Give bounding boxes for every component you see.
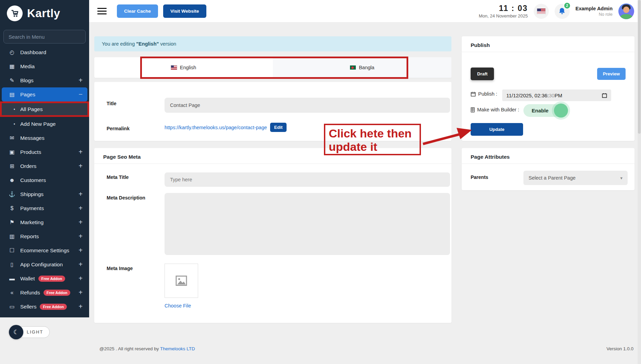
sidebar-item-label: Refunds xyxy=(20,290,40,296)
publish-section-title: Publish xyxy=(471,42,490,48)
sidebar-item-reports[interactable]: ▥ Reports + xyxy=(2,229,87,243)
themelooks-link[interactable]: Themelooks LTD xyxy=(160,346,195,351)
clear-cache-button[interactable]: Clear Cache xyxy=(117,4,158,18)
sidebar-item-customers[interactable]: ☻ Customers xyxy=(2,173,87,187)
messages-icon: ✉ xyxy=(8,135,16,141)
us-flag-icon xyxy=(171,65,177,70)
sidebar-item-products[interactable]: ▣ Products + xyxy=(2,145,87,159)
sidebar-item-refunds[interactable]: « Refunds Free Addon + xyxy=(2,286,87,300)
language-flag-button[interactable] xyxy=(534,4,549,19)
expand-icon[interactable]: + xyxy=(78,232,83,240)
publish-date-label: Publish : xyxy=(478,91,497,97)
search-input[interactable] xyxy=(3,30,86,44)
theme-toggle[interactable]: ☾ LIGHT xyxy=(9,325,50,339)
moon-icon: ☾ xyxy=(9,325,23,339)
parent-page-select[interactable]: Select a Parent Page ▾ xyxy=(523,171,628,185)
expand-icon[interactable]: + xyxy=(78,204,83,212)
calendar-icon xyxy=(471,92,476,97)
permalink-link[interactable]: https://kartly.themelooks.us/page/contac… xyxy=(165,125,267,130)
marketing-icon: ⚑ xyxy=(8,219,16,226)
sidebar-item-label: Blogs xyxy=(20,77,34,84)
edit-permalink-button[interactable]: Edit xyxy=(270,123,287,132)
sidebar-item-pages[interactable]: ▤ Pages − xyxy=(2,87,87,101)
datetime-picker-icon[interactable] xyxy=(602,93,607,98)
page-attributes-card: Page Attributes Parents Select a Parent … xyxy=(462,148,634,190)
media-icon: ▦ xyxy=(8,63,16,70)
sidebar-item-messages[interactable]: ✉ Messages xyxy=(2,131,87,145)
topbar: Clear Cache Visit Website 11 : 03 Mon, 2… xyxy=(89,0,641,23)
expand-icon[interactable]: + xyxy=(78,275,83,282)
meta-image-preview[interactable] xyxy=(165,264,198,298)
expand-icon[interactable]: + xyxy=(78,246,83,254)
expand-icon[interactable]: + xyxy=(78,260,83,268)
payments-icon: $ xyxy=(8,205,16,211)
title-input[interactable] xyxy=(165,98,450,113)
admin-role: No role xyxy=(576,12,613,17)
sidebar-nav: ◴ Dashboard ▦ Media ✎ Blogs + ▤ Pages − … xyxy=(0,45,89,314)
brand-logo[interactable]: Kartly xyxy=(0,0,89,21)
meta-title-input[interactable] xyxy=(165,172,450,187)
sidebar-item-sellers[interactable]: ▭ Sellers Free Addon + xyxy=(2,300,87,314)
preview-button[interactable]: Preview xyxy=(597,68,626,80)
footer-version: Version 1.0.0 xyxy=(606,346,633,351)
wallet-icon: ▬ xyxy=(8,276,16,282)
expand-icon[interactable]: + xyxy=(78,162,83,170)
sidebar-item-blogs[interactable]: ✎ Blogs + xyxy=(2,73,87,87)
sidebar-item-all-pages[interactable]: ● All Pages xyxy=(0,101,89,117)
sidebar-item-ecommerce-settings[interactable]: ☐ Ecommerce Settings + xyxy=(2,243,87,257)
meta-description-label: Meta Description xyxy=(107,195,145,201)
publish-datetime-input[interactable]: 11/12/2025, 02:36:30 PM xyxy=(502,89,611,101)
sidebar-item-marketing[interactable]: ⚑ Marketing + xyxy=(2,215,87,229)
sidebar-item-orders[interactable]: ⊞ Orders + xyxy=(2,159,87,173)
menu-toggle-icon[interactable] xyxy=(97,8,107,14)
sidebar-item-label: Shippings xyxy=(20,191,44,197)
scrollbar-thumb[interactable] xyxy=(638,0,641,134)
admin-menu[interactable]: Example Admin No role xyxy=(576,6,613,17)
sidebar-item-label: Orders xyxy=(20,163,36,169)
customers-icon: ☻ xyxy=(8,177,16,183)
chevron-down-icon: ▾ xyxy=(620,175,622,181)
sidebar-item-label: Dashboard xyxy=(20,49,46,56)
make-with-builder-toggle[interactable]: Enable xyxy=(523,104,562,117)
app-configuration-icon: ▯ xyxy=(8,261,16,268)
expand-icon[interactable]: + xyxy=(78,218,83,226)
ecommerce-settings-icon: ☐ xyxy=(8,247,16,254)
update-button[interactable]: Update xyxy=(471,123,523,136)
editing-version-banner: You are editing "English" version xyxy=(94,36,451,51)
avatar[interactable] xyxy=(618,3,634,19)
expand-icon[interactable]: + xyxy=(78,190,83,198)
sidebar-item-add-new-page[interactable]: ● Add New Page xyxy=(2,117,87,131)
sidebar-item-media[interactable]: ▦ Media xyxy=(2,59,87,73)
sidebar-item-payments[interactable]: $ Payments + xyxy=(2,201,87,215)
sidebar-item-label: Payments xyxy=(20,205,44,211)
annotation-arrow-icon xyxy=(421,126,473,147)
meta-title-label: Meta Title xyxy=(107,174,129,180)
enable-state-label: Enable xyxy=(523,108,548,113)
expand-icon[interactable]: + xyxy=(78,76,83,84)
sidebar-item-dashboard[interactable]: ◴ Dashboard xyxy=(2,45,87,59)
tab-bangla[interactable]: Bangla xyxy=(273,57,451,78)
expand-icon[interactable]: − xyxy=(78,90,83,98)
notifications-button[interactable]: 2 xyxy=(555,4,570,19)
bullet-icon: ● xyxy=(12,122,17,125)
draft-status-button[interactable]: Draft xyxy=(471,68,494,80)
expand-icon[interactable]: + xyxy=(78,148,83,156)
main-content: You are editing "English" version Englis… xyxy=(89,23,641,364)
meta-description-input[interactable] xyxy=(165,193,450,255)
bullet-icon: ● xyxy=(12,108,17,111)
admin-name: Example Admin xyxy=(576,6,613,11)
expand-icon[interactable]: + xyxy=(78,303,83,311)
brand-name: Kartly xyxy=(27,7,60,20)
sidebar-item-label: Products xyxy=(20,149,41,155)
choose-file-link[interactable]: Choose File xyxy=(165,303,191,308)
tab-english[interactable]: English xyxy=(94,57,273,78)
image-placeholder-icon xyxy=(175,274,188,287)
visit-website-button[interactable]: Visit Website xyxy=(163,4,206,18)
expand-icon[interactable]: + xyxy=(78,289,83,296)
clock-date: Mon, 24 November 2025 xyxy=(479,13,528,19)
scrollbar-track[interactable] xyxy=(638,0,641,364)
sidebar-item-app-configuration[interactable]: ▯ App Configuration + xyxy=(2,257,87,271)
free-addon-badge: Free Addon xyxy=(38,276,65,282)
sidebar-item-shippings[interactable]: ⚓ Shippings + xyxy=(2,187,87,201)
sidebar-item-wallet[interactable]: ▬ Wallet Free Addon + xyxy=(2,271,87,286)
